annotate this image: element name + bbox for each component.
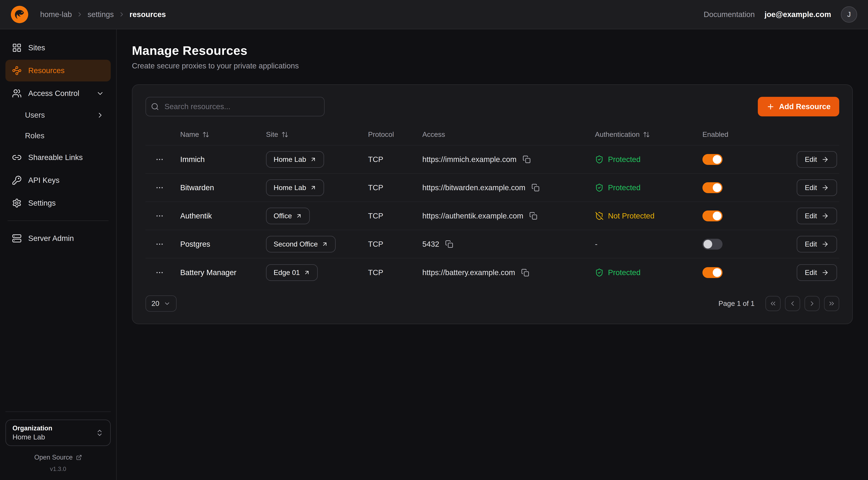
- ellipsis-icon: [155, 212, 164, 220]
- copy-button[interactable]: [520, 268, 530, 278]
- edit-button[interactable]: Edit: [797, 236, 837, 252]
- sidebar-item-label: API Keys: [28, 176, 60, 185]
- table-row: Authentik Office TCP https://authentik.e…: [146, 202, 839, 230]
- organization-selector[interactable]: Organization Home Lab: [5, 420, 111, 446]
- avatar-initial: J: [847, 10, 851, 19]
- add-resource-button[interactable]: Add Resource: [758, 97, 839, 116]
- header-authentication[interactable]: Authentication: [595, 124, 703, 145]
- enabled-toggle[interactable]: [703, 239, 722, 249]
- page-size-value: 20: [151, 300, 159, 307]
- table-footer: 20 Page 1 of 1: [146, 295, 839, 312]
- site-link[interactable]: Second Office: [266, 236, 336, 252]
- site-link[interactable]: Edge 01: [266, 264, 318, 281]
- header-site[interactable]: Site: [266, 124, 368, 145]
- breadcrumb-resources[interactable]: resources: [129, 10, 166, 19]
- open-source-link[interactable]: Open Source: [34, 454, 82, 461]
- arrow-up-right-icon: [296, 213, 302, 219]
- pagination: Page 1 of 1: [718, 296, 839, 311]
- enabled-toggle[interactable]: [703, 182, 722, 193]
- resource-protocol: TCP: [368, 212, 422, 220]
- site-link[interactable]: Office: [266, 208, 310, 224]
- organization-value: Home Lab: [12, 433, 90, 441]
- documentation-link[interactable]: Documentation: [704, 10, 755, 19]
- sidebar-item-label: Access Control: [28, 89, 79, 98]
- edit-button[interactable]: Edit: [797, 179, 837, 196]
- edit-button[interactable]: Edit: [797, 208, 837, 224]
- toggle-knob: [713, 183, 721, 192]
- enabled-toggle[interactable]: [703, 210, 722, 221]
- breadcrumb-home-lab[interactable]: home-lab: [40, 10, 72, 19]
- enabled-toggle[interactable]: [703, 267, 722, 278]
- sidebar-item-label: Roles: [25, 131, 44, 140]
- sidebar-item-shareable-links[interactable]: Shareable Links: [5, 147, 111, 168]
- sidebar-nav: Sites Resources Access Control Users Rol: [5, 37, 111, 249]
- sidebar-item-sites[interactable]: Sites: [5, 37, 111, 59]
- edit-button-label: Edit: [805, 155, 817, 163]
- search-icon: [151, 102, 159, 111]
- breadcrumb-settings[interactable]: settings: [88, 10, 114, 19]
- sidebar-item-settings[interactable]: Settings: [5, 192, 111, 214]
- chevron-right-icon: [96, 111, 104, 119]
- copy-button[interactable]: [530, 182, 541, 193]
- breadcrumb: home-lab settings resources: [40, 10, 166, 19]
- edit-button-label: Edit: [805, 240, 817, 248]
- arrow-up-right-icon: [310, 156, 316, 163]
- sidebar-item-server-admin[interactable]: Server Admin: [5, 228, 111, 249]
- chevron-right-icon: [76, 11, 83, 18]
- arrow-right-icon: [821, 240, 829, 248]
- previous-page-button[interactable]: [785, 296, 800, 311]
- sidebar-item-resources[interactable]: Resources: [5, 60, 111, 82]
- sidebar-item-api-keys[interactable]: API Keys: [5, 170, 111, 191]
- users-group-icon: [12, 89, 22, 98]
- sidebar-footer: Organization Home Lab Open Source v1.3.0: [5, 411, 111, 472]
- auth-status-label: Not Protected: [608, 212, 654, 220]
- sidebar-item-access-control[interactable]: Access Control: [5, 83, 111, 104]
- copy-button[interactable]: [522, 154, 532, 164]
- sidebar-item-label: Server Admin: [28, 234, 74, 243]
- site-link[interactable]: Home Lab: [266, 151, 324, 168]
- edit-button[interactable]: Edit: [797, 264, 837, 281]
- auth-status-label: Protected: [608, 268, 641, 277]
- header-name[interactable]: Name: [180, 124, 266, 145]
- row-actions-button[interactable]: [153, 238, 166, 251]
- chevron-down-icon: [96, 89, 104, 97]
- resource-protocol: TCP: [368, 183, 422, 192]
- copy-button[interactable]: [444, 239, 454, 249]
- row-actions-button[interactable]: [153, 153, 166, 166]
- page-info: Page 1 of 1: [718, 300, 755, 307]
- search-input[interactable]: [146, 97, 324, 116]
- sidebar-item-label: Users: [25, 111, 45, 119]
- arrow-up-right-icon: [310, 184, 316, 191]
- row-actions-button[interactable]: [153, 209, 166, 222]
- arrow-up-right-icon: [304, 269, 310, 276]
- table-row: Postgres Second Office TCP 5432 -: [146, 230, 839, 259]
- table-row: Bitwarden Home Lab TCP https://bitwarden…: [146, 174, 839, 202]
- pangolin-logo-icon: [11, 6, 28, 23]
- edit-button[interactable]: Edit: [797, 151, 837, 168]
- sort-icon: [643, 131, 650, 138]
- sidebar-item-users[interactable]: Users: [5, 106, 111, 125]
- edit-button-label: Edit: [805, 269, 817, 276]
- sites-icon: [12, 43, 22, 53]
- site-link[interactable]: Home Lab: [266, 179, 324, 196]
- enabled-toggle[interactable]: [703, 154, 722, 165]
- row-actions-button[interactable]: [153, 266, 166, 279]
- first-page-button[interactable]: [766, 296, 781, 311]
- sidebar-item-label: Settings: [28, 199, 56, 207]
- topbar: home-lab settings resources Documentatio…: [0, 0, 868, 29]
- page-title: Manage Resources: [132, 43, 853, 58]
- sidebar-item-roles[interactable]: Roles: [5, 126, 111, 146]
- avatar[interactable]: J: [841, 6, 857, 23]
- access-url: https://bitwarden.example.com: [422, 183, 525, 192]
- row-actions-button[interactable]: [153, 181, 166, 194]
- user-email: joe@example.com: [765, 10, 831, 19]
- pangolin-logo[interactable]: [11, 6, 28, 23]
- last-page-button[interactable]: [824, 296, 839, 311]
- arrow-up-right-icon: [321, 241, 328, 247]
- table-row: Battery Manager Edge 01 TCP https://batt…: [146, 259, 839, 287]
- resource-protocol: TCP: [368, 268, 422, 277]
- next-page-button[interactable]: [805, 296, 820, 311]
- page-size-select[interactable]: 20: [146, 295, 177, 312]
- copy-button[interactable]: [528, 211, 538, 221]
- site-name: Edge 01: [274, 269, 300, 276]
